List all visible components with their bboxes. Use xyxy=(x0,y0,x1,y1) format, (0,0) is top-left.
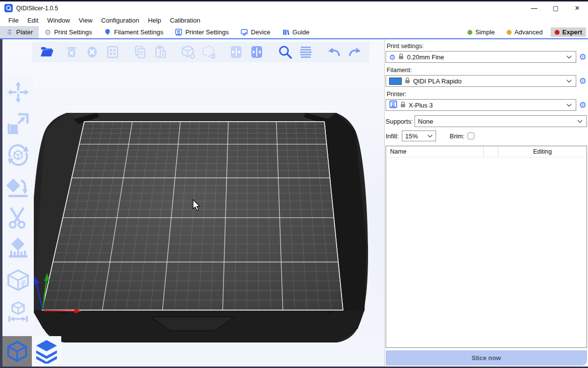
slice-now-button[interactable]: Slice now xyxy=(386,350,587,366)
chevron-down-icon xyxy=(427,134,433,138)
variable-layer-height-icon[interactable] xyxy=(298,44,314,60)
search-icon[interactable] xyxy=(277,44,293,60)
filament-color-swatch xyxy=(389,78,402,85)
supports-combo[interactable]: None xyxy=(415,115,587,127)
printer-icon xyxy=(389,100,397,110)
rotate-icon[interactable] xyxy=(5,142,31,168)
menu-file[interactable]: File xyxy=(4,15,23,26)
tab-device[interactable]: Device xyxy=(235,26,276,38)
split-to-parts-icon[interactable] xyxy=(249,44,265,60)
lock-icon xyxy=(405,77,410,85)
object-manipulation-toolbar xyxy=(2,74,34,331)
place-on-face-icon[interactable] xyxy=(5,174,31,199)
gear-icon: ⚙ xyxy=(45,28,51,36)
printer-value: X-Plus 3 xyxy=(409,102,564,109)
3d-editor-view-icon[interactable] xyxy=(2,336,32,367)
tab-printer-settings-label: Printer Settings xyxy=(185,28,229,36)
filament-value: QIDI PLA Rapido xyxy=(413,78,564,85)
mode-simple[interactable]: Simple xyxy=(464,27,499,37)
preset-gear-icon: ⚙ xyxy=(389,53,395,61)
viewport-3d[interactable] xyxy=(0,39,384,367)
tab-guide[interactable]: Guide xyxy=(276,26,316,38)
tab-plater[interactable]: Plater xyxy=(0,26,39,38)
object-list-header: Name Editing xyxy=(386,146,587,158)
window-title: QIDISlicer-1.0.5 xyxy=(16,5,58,12)
app-logo-icon xyxy=(4,4,13,12)
tab-plater-label: Plater xyxy=(16,28,33,36)
edit-print-settings-gear-icon[interactable]: ⚙ xyxy=(578,53,587,61)
seam-painting-icon[interactable] xyxy=(5,268,31,293)
maximize-button[interactable]: ▢ xyxy=(545,1,566,15)
mode-advanced[interactable]: Advanced xyxy=(503,27,547,37)
chevron-down-icon xyxy=(566,55,572,59)
tab-bar: Plater ⚙ Print Settings Filament Setting… xyxy=(0,26,588,39)
infill-value: 15% xyxy=(405,132,427,140)
window-controls: — ▢ ✕ xyxy=(523,1,588,15)
edit-printer-gear-icon[interactable]: ⚙ xyxy=(578,101,587,109)
mode-expert[interactable]: Expert xyxy=(551,27,586,37)
edit-filament-gear-icon[interactable]: ⚙ xyxy=(578,77,587,85)
app-window: QIDISlicer-1.0.5 — ▢ ✕ File Edit Window … xyxy=(0,0,588,368)
mode-expert-label: Expert xyxy=(563,28,582,36)
menu-edit[interactable]: Edit xyxy=(23,15,43,26)
minimize-button[interactable]: — xyxy=(523,1,545,15)
tab-print-settings[interactable]: ⚙ Print Settings xyxy=(39,26,98,38)
supports-value: None xyxy=(418,118,574,125)
move-icon[interactable] xyxy=(5,79,31,105)
column-editing: Editing xyxy=(498,146,587,157)
brim-checkbox[interactable] xyxy=(467,132,474,139)
plater-icon xyxy=(6,28,13,36)
menu-calibration[interactable]: Calibration xyxy=(166,15,205,26)
view-mode-toggles xyxy=(2,336,61,367)
printer-icon xyxy=(175,28,182,36)
menu-configuration[interactable]: Configuration xyxy=(97,15,144,26)
filament-combo[interactable]: QIDI PLA Rapido xyxy=(386,75,576,87)
print-settings-combo[interactable]: ⚙ 0.20mm Fine xyxy=(386,51,576,63)
close-button[interactable]: ✕ xyxy=(566,1,588,15)
object-list[interactable]: Name Editing xyxy=(386,146,587,348)
scale-icon[interactable] xyxy=(5,111,31,136)
delete-all-icon[interactable] xyxy=(84,44,100,60)
add-instance-icon[interactable] xyxy=(180,44,196,60)
undo-icon[interactable] xyxy=(326,44,342,60)
column-extruder xyxy=(483,146,498,157)
split-to-objects-icon[interactable] xyxy=(228,44,244,60)
simple-dot-icon xyxy=(467,30,472,35)
measure-icon[interactable] xyxy=(5,299,31,325)
redo-icon[interactable] xyxy=(347,44,363,60)
mode-simple-label: Simple xyxy=(475,28,495,36)
cut-icon[interactable] xyxy=(5,205,31,231)
print-settings-label: Print settings: xyxy=(387,43,587,50)
object-list-body[interactable] xyxy=(386,158,587,347)
expert-dot-icon xyxy=(555,30,560,35)
title-bar: QIDISlicer-1.0.5 — ▢ ✕ xyxy=(0,1,588,15)
chevron-down-icon xyxy=(577,120,583,123)
filament-icon xyxy=(104,28,111,36)
arrange-icon[interactable] xyxy=(105,44,121,60)
mode-advanced-label: Advanced xyxy=(514,28,543,36)
tab-filament-settings[interactable]: Filament Settings xyxy=(98,26,169,38)
supports-label: Supports: xyxy=(386,118,415,125)
tab-device-label: Device xyxy=(251,28,270,36)
bed-plate xyxy=(42,122,343,310)
device-icon xyxy=(241,28,248,36)
printer-combo[interactable]: X-Plus 3 xyxy=(386,99,576,111)
menu-help[interactable]: Help xyxy=(144,15,166,26)
preview-layers-icon[interactable] xyxy=(32,336,61,367)
copy-icon[interactable] xyxy=(132,44,148,60)
main-area: Print settings: ⚙ 0.20mm Fine ⚙ Filament… xyxy=(0,39,588,367)
delete-icon[interactable] xyxy=(64,44,79,60)
open-folder-icon[interactable] xyxy=(39,44,55,60)
menu-window[interactable]: Window xyxy=(43,15,74,26)
menu-view[interactable]: View xyxy=(74,15,97,26)
settings-panel: Print settings: ⚙ 0.20mm Fine ⚙ Filament… xyxy=(384,39,588,367)
advanced-dot-icon xyxy=(507,30,512,35)
tab-printer-settings[interactable]: Printer Settings xyxy=(169,26,235,38)
print-settings-value: 0.20mm Fine xyxy=(407,53,564,61)
paste-icon[interactable] xyxy=(153,44,169,60)
filament-label: Filament: xyxy=(387,67,587,74)
printer-label: Printer: xyxy=(387,91,587,98)
remove-instance-icon[interactable] xyxy=(201,44,217,60)
infill-combo[interactable]: 15% xyxy=(402,131,436,141)
paint-supports-icon[interactable] xyxy=(5,237,31,262)
